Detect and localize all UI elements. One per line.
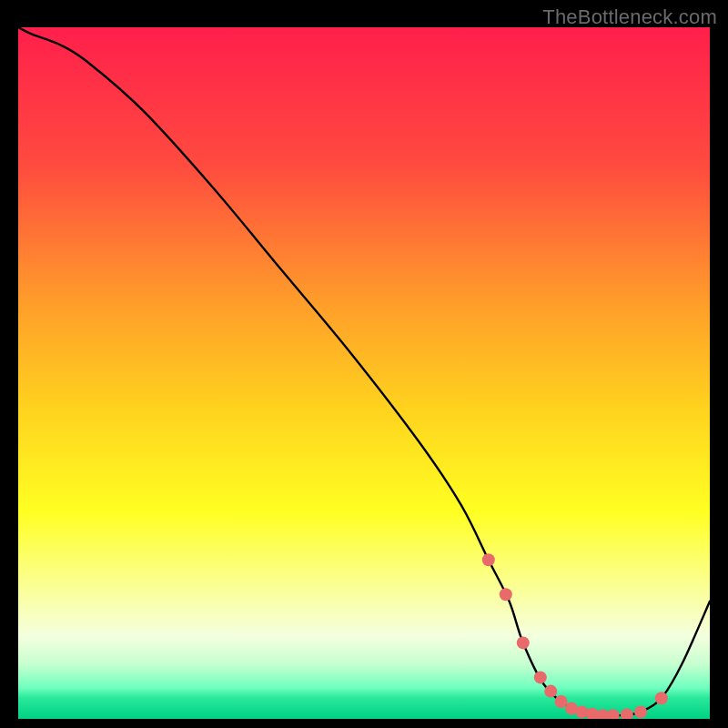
- curve-marker: [555, 695, 568, 708]
- curve-marker: [634, 705, 647, 718]
- curve-marker: [517, 636, 530, 649]
- chart-frame: [18, 27, 710, 719]
- chart-background-gradient: [18, 27, 710, 719]
- bottleneck-curve-chart: [18, 27, 710, 719]
- curve-marker: [655, 692, 668, 704]
- curve-marker: [482, 553, 495, 566]
- curve-marker: [500, 588, 512, 601]
- curve-marker: [544, 685, 557, 698]
- curve-marker: [534, 671, 547, 683]
- watermark-text: TheBottleneck.com: [542, 5, 717, 29]
